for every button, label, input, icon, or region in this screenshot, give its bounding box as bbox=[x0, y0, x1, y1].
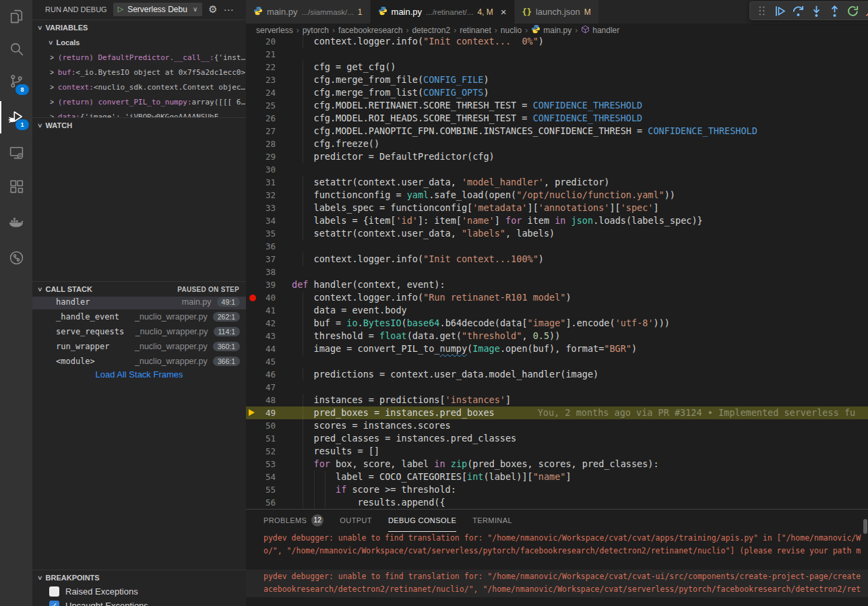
variables-section-header[interactable]: ∨ VARIABLES bbox=[32, 20, 246, 35]
code-line-48[interactable]: 48 instances = predictions['instances'] bbox=[246, 394, 868, 406]
call-stack-frame[interactable]: handlermain.py49:1 bbox=[32, 295, 246, 309]
code-line-30[interactable]: 30 bbox=[246, 163, 868, 176]
close-icon[interactable]: × bbox=[501, 7, 507, 17]
line-number[interactable]: 31 bbox=[246, 176, 276, 189]
more-actions-icon[interactable]: ··· bbox=[224, 4, 234, 14]
line-number[interactable]: 43 bbox=[246, 330, 276, 342]
variable-row[interactable]: >buf: <_io.BytesIO object at 0x7f5a2dc1e… bbox=[32, 65, 246, 80]
checkbox-unchecked[interactable] bbox=[49, 586, 59, 597]
code-line-55[interactable]: 55 if score >= threshold: bbox=[246, 483, 868, 496]
activity-item-search[interactable] bbox=[0, 34, 32, 66]
breakpoints-section-header[interactable]: ∨ BREAKPOINTS bbox=[32, 570, 246, 585]
code-line-20[interactable]: 20 context.logger.info("Init context... … bbox=[246, 35, 868, 48]
code-line-45[interactable]: 45 bbox=[246, 355, 868, 368]
line-number[interactable]: 34 bbox=[246, 214, 276, 227]
code-line-50[interactable]: 50 scores = instances.scores bbox=[246, 419, 868, 432]
gear-icon[interactable]: ⚙ bbox=[208, 4, 217, 14]
code-line-35[interactable]: 35 setattr(context.user_data, "labels", … bbox=[246, 227, 868, 240]
call-stack-frame[interactable]: serve_requests_nuclio_wrapper.py114:1 bbox=[32, 324, 246, 339]
activity-item-extensions[interactable] bbox=[0, 171, 32, 204]
line-number[interactable]: 36 bbox=[246, 240, 276, 253]
variable-row[interactable]: >(return) DefaultPredictor.__call__: {'i… bbox=[32, 50, 246, 65]
expand-arrow-icon[interactable]: > bbox=[50, 69, 54, 76]
breadcrumb-item-handler[interactable]: handler bbox=[581, 25, 619, 36]
code-line-41[interactable]: 41 data = event.body bbox=[246, 304, 868, 317]
code-line-38[interactable]: 38 bbox=[246, 266, 868, 278]
line-number[interactable]: 27 bbox=[246, 125, 276, 138]
disconnect-button[interactable] bbox=[863, 3, 868, 18]
code-line-28[interactable]: 28 cfg.freeze() bbox=[246, 138, 868, 150]
code-line-23[interactable]: 23 cfg.merge_from_file(CONFIG_FILE) bbox=[246, 73, 868, 86]
panel-tab-debug-console[interactable]: DEBUG CONSOLE bbox=[388, 510, 456, 532]
activity-item-source-control[interactable]: 8 bbox=[0, 66, 32, 98]
line-number[interactable]: 37 bbox=[246, 253, 276, 266]
code-line-56[interactable]: 56 results.append({ bbox=[246, 496, 868, 509]
code-line-36[interactable]: 36 bbox=[246, 240, 868, 253]
line-number[interactable]: 42 bbox=[246, 317, 276, 330]
line-number[interactable]: 39 bbox=[246, 278, 276, 291]
code-line-25[interactable]: 25 cfg.MODEL.RETINANET.SCORE_THRESH_TEST… bbox=[246, 99, 868, 112]
tab-launch-json[interactable]: {}launch.jsonM bbox=[515, 0, 598, 24]
tab-main-py[interactable]: main.py.../retinanet/...4, M× bbox=[371, 0, 514, 24]
code-line-51[interactable]: 51 pred_classes = instances.pred_classes bbox=[246, 432, 868, 445]
activity-item-resource-graph[interactable] bbox=[0, 243, 32, 275]
activity-item-docker[interactable] bbox=[0, 206, 32, 239]
breadcrumb-item-serverless[interactable]: serverless bbox=[256, 26, 293, 35]
line-number[interactable]: 30 bbox=[246, 163, 276, 176]
line-number[interactable]: 52 bbox=[246, 445, 276, 458]
panel-tab-terminal[interactable]: TERMINAL bbox=[472, 510, 512, 532]
panel-tab-problems[interactable]: PROBLEMS12 bbox=[264, 510, 323, 532]
line-number[interactable]: 40 bbox=[246, 291, 276, 304]
line-number[interactable]: 56 bbox=[246, 496, 276, 509]
toolbar-grip-icon[interactable] bbox=[754, 3, 769, 18]
variable-row[interactable]: >context: <nuclio_sdk.context.Context ob… bbox=[32, 80, 246, 94]
code-line-37[interactable]: 37 context.logger.info("Init context...1… bbox=[246, 253, 868, 266]
code-line-49[interactable]: 49 pred_boxes = instances.pred_boxesYou,… bbox=[246, 406, 868, 419]
expand-arrow-icon[interactable]: > bbox=[50, 54, 54, 61]
line-number[interactable]: 53 bbox=[246, 458, 276, 471]
code-line-31[interactable]: 31 setattr(context.user_data, 'model_han… bbox=[246, 176, 868, 189]
line-number[interactable]: 45 bbox=[246, 355, 276, 368]
start-debug-icon[interactable]: ▷ bbox=[118, 5, 123, 13]
code-line-46[interactable]: 46 predictions = context.user_data.model… bbox=[246, 368, 868, 381]
line-number[interactable]: 29 bbox=[246, 150, 276, 163]
watch-section-header[interactable]: ∨ WATCH bbox=[32, 117, 246, 133]
variable-row[interactable]: >(return) convert_PIL_to_numpy: array([[… bbox=[32, 94, 246, 109]
variables-scope-locals[interactable]: ∨ Locals bbox=[32, 35, 246, 50]
breadcrumb-item-detectron2[interactable]: detectron2 bbox=[412, 26, 450, 35]
code-line-43[interactable]: 43 threshold = float(data.get("threshold… bbox=[246, 330, 868, 342]
restart-button[interactable] bbox=[845, 3, 860, 18]
activity-item-run-and-debug[interactable]: 1 bbox=[0, 101, 32, 133]
line-number[interactable]: 26 bbox=[246, 112, 276, 125]
breadcrumb-item-retinanet[interactable]: retinanet bbox=[460, 26, 491, 35]
line-number[interactable]: 51 bbox=[246, 432, 276, 445]
code-line-27[interactable]: 27 cfg.MODEL.PANOPTIC_FPN.COMBINE.INSTAN… bbox=[246, 125, 868, 138]
call-stack-frame[interactable]: run_wrapper_nuclio_wrapper.py360:1 bbox=[32, 339, 246, 354]
code-line-47[interactable]: 47 bbox=[246, 381, 868, 394]
code-line-54[interactable]: 54 label = COCO_CATEGORIES[int(label)]["… bbox=[246, 471, 868, 483]
code-editor[interactable]: 20 context.logger.info("Init context... … bbox=[246, 35, 868, 509]
breadcrumb-item-nuclio[interactable]: nuclio bbox=[501, 26, 522, 35]
line-number[interactable]: 32 bbox=[246, 189, 276, 202]
line-number[interactable]: 21 bbox=[246, 48, 276, 61]
line-number[interactable]: 47 bbox=[246, 381, 276, 394]
tab-main-py[interactable]: main.py.../siammask/...1 bbox=[246, 0, 370, 24]
line-number[interactable]: 24 bbox=[246, 86, 276, 99]
code-line-26[interactable]: 26 cfg.MODEL.ROI_HEADS.SCORE_THRESH_TEST… bbox=[246, 112, 868, 125]
step-out-button[interactable] bbox=[827, 3, 842, 18]
line-number[interactable]: 46 bbox=[246, 368, 276, 381]
line-number[interactable]: 33 bbox=[246, 202, 276, 214]
call-stack-frame[interactable]: _handle_event_nuclio_wrapper.py262:1 bbox=[32, 309, 246, 324]
code-line-22[interactable]: 22 cfg = get_cfg() bbox=[246, 61, 868, 73]
code-line-33[interactable]: 33 labels_spec = functionconfig['metadat… bbox=[246, 202, 868, 214]
line-number[interactable]: 20 bbox=[246, 35, 276, 48]
code-line-21[interactable]: 21 bbox=[246, 48, 868, 61]
expand-arrow-icon[interactable]: > bbox=[50, 98, 54, 106]
line-number[interactable]: 50 bbox=[246, 419, 276, 432]
code-line-40[interactable]: 40 context.logger.info("Run retinanet-R1… bbox=[246, 291, 868, 304]
code-line-52[interactable]: 52 results = [] bbox=[246, 445, 868, 458]
code-line-53[interactable]: 53 for box, score, label in zip(pred_box… bbox=[246, 458, 868, 471]
line-number[interactable]: 49 bbox=[246, 406, 276, 419]
code-line-32[interactable]: 32 functionconfig = yaml.safe_load(open(… bbox=[246, 189, 868, 202]
code-line-24[interactable]: 24 cfg.merge_from_list(CONFIG_OPTS) bbox=[246, 86, 868, 99]
